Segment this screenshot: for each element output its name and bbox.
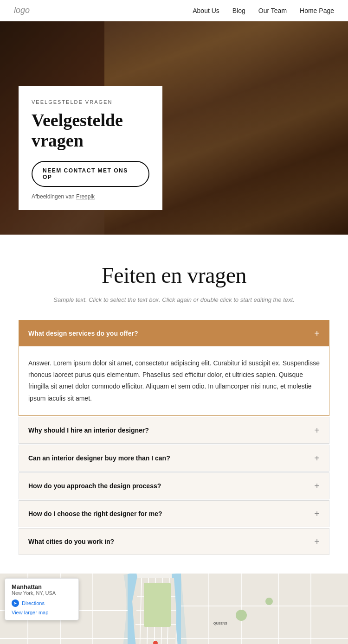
faq-question-5: What cities do you work in? [28, 538, 114, 545]
hero-title: Veelgestelde vragen [32, 110, 149, 151]
faq-toggle-2: + [314, 453, 320, 463]
hero-label: VEELGESTELDE VRAGEN [32, 99, 149, 105]
faq-question-0: What design services do you offer? [28, 330, 138, 337]
main-content: Feiten en vragen Sample text. Click to s… [0, 235, 348, 555]
section-subtitle: Sample text. Click to select the text bo… [19, 296, 329, 303]
section-title: Feiten en vragen [19, 262, 329, 288]
faq-toggle-4: + [314, 509, 320, 518]
faq-header-2[interactable]: Can an interior designer buy more than I… [19, 445, 329, 471]
faq-item-1[interactable]: Why should I hire an interior designer? … [19, 417, 329, 444]
faq-item-4[interactable]: How do I choose the right designer for m… [19, 500, 329, 527]
logo: logo [14, 6, 30, 15]
faq-answer-0: Answer. Lorem ipsum dolor sit amet, cons… [19, 346, 329, 415]
map-section: MANHATTAN Hoboken Newark New York BROOKL… [0, 574, 348, 644]
faq-question-2: Can an interior designer buy more than I… [28, 454, 170, 462]
faq-header-0[interactable]: What design services do you offer? + [19, 320, 329, 346]
view-larger-map-link[interactable]: View larger map [12, 610, 72, 615]
faq-item-0[interactable]: What design services do you offer? + Ans… [19, 320, 329, 416]
faq-question-3: How do you approach the design process? [28, 482, 161, 490]
navbar: logo About Us Blog Our Team Home Page [0, 0, 348, 21]
faq-item-3[interactable]: How do you approach the design process? … [19, 472, 329, 499]
nav-blog[interactable]: Blog [232, 7, 245, 14]
svg-text:QUEENS: QUEENS [213, 622, 227, 625]
hero-credit-link[interactable]: Freepik [76, 193, 95, 200]
hero-section: VEELGESTELDE VRAGEN Veelgestelde vragen … [0, 21, 348, 235]
faq-header-5[interactable]: What cities do you work in? + [19, 529, 329, 555]
nav-team[interactable]: Our Team [258, 7, 287, 14]
svg-point-29 [236, 610, 247, 621]
svg-rect-28 [144, 583, 171, 627]
faq-header-3[interactable]: How do you approach the design process? … [19, 473, 329, 499]
hero-cta-button[interactable]: NEEM CONTACT MET ONS OP [32, 161, 149, 187]
faq-toggle-1: + [314, 426, 320, 435]
faq-question-1: Why should I hire an interior designer? [28, 427, 149, 434]
hero-credit: Afbeeldingen van Freepik [32, 193, 149, 200]
directions-icon: ➤ [12, 599, 19, 607]
svg-point-30 [265, 598, 273, 605]
faq-container: What design services do you offer? + Ans… [19, 320, 329, 555]
map-directions-button[interactable]: ➤ Directions [12, 599, 72, 607]
faq-toggle-3: + [314, 481, 320, 491]
faq-header-4[interactable]: How do I choose the right designer for m… [19, 501, 329, 527]
faq-header-1[interactable]: Why should I hire an interior designer? … [19, 417, 329, 443]
faq-toggle-0: + [314, 329, 320, 338]
nav-home[interactable]: Home Page [300, 7, 334, 14]
map-popup-title: Manhattan [12, 583, 72, 590]
svg-rect-20 [181, 574, 348, 644]
faq-item-2[interactable]: Can an interior designer buy more than I… [19, 445, 329, 472]
faq-toggle-5: + [314, 537, 320, 546]
map-popup: Manhattan New York, NY, USA ➤ Directions… [5, 578, 79, 620]
faq-item-5[interactable]: What cities do you work in? + [19, 528, 329, 555]
nav-about[interactable]: About Us [193, 7, 219, 14]
map-popup-location: New York, NY, USA [12, 590, 72, 596]
faq-question-4: How do I choose the right designer for m… [28, 510, 162, 517]
nav-links: About Us Blog Our Team Home Page [193, 7, 334, 14]
hero-content-box: VEELGESTELDE VRAGEN Veelgestelde vragen … [19, 86, 162, 210]
